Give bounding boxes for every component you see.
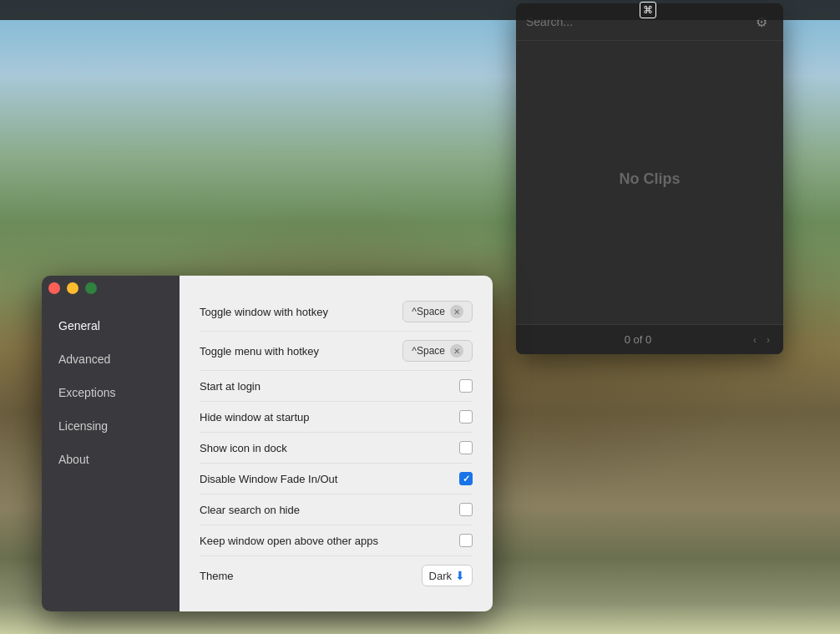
top-bar: [0, 0, 840, 20]
hotkey-value-menu: ^Space: [412, 345, 445, 357]
sidebar: General Advanced Exceptions Licensing Ab…: [42, 276, 180, 611]
maximize-button[interactable]: [85, 282, 97, 294]
checkbox-show-icon-dock[interactable]: [459, 441, 473, 454]
hotkey-clear-window[interactable]: ✕: [450, 305, 463, 318]
clipboard-footer: 0 of 0 ‹ ›: [516, 324, 783, 354]
row-theme: Theme Dark ⬇: [200, 556, 473, 595]
hotkey-badge-menu[interactable]: ^Space ✕: [402, 340, 473, 362]
sidebar-item-general[interactable]: General: [42, 309, 180, 342]
sidebar-item-advanced[interactable]: Advanced: [42, 342, 180, 376]
clip-count: 0 of 0: [526, 333, 750, 346]
hotkey-badge-window[interactable]: ^Space ✕: [402, 301, 473, 322]
settings-main-content: Toggle window with hotkey ^Space ✕ Toggl…: [180, 276, 493, 611]
sidebar-item-exceptions[interactable]: Exceptions: [42, 376, 180, 409]
close-button[interactable]: [48, 282, 60, 294]
nav-left-arrow[interactable]: ‹: [750, 332, 760, 347]
label-keep-window: Keep window open above other apps: [200, 535, 378, 547]
hotkey-clear-menu[interactable]: ✕: [450, 344, 463, 358]
checkbox-keep-window[interactable]: [459, 534, 473, 547]
row-toggle-menu-hotkey: Toggle menu with hotkey ^Space ✕: [200, 332, 473, 371]
row-start-at-login: Start at login: [200, 371, 473, 402]
row-disable-fade: Disable Window Fade In/Out: [200, 464, 473, 495]
checkbox-start-at-login[interactable]: [459, 379, 473, 393]
cmd-icon[interactable]: ⌘: [640, 2, 656, 18]
sidebar-item-about[interactable]: About: [42, 443, 180, 476]
checkbox-hide-window[interactable]: [459, 410, 473, 424]
row-hide-window-startup: Hide window at startup: [200, 402, 473, 433]
theme-select[interactable]: Dark ⬇: [422, 565, 473, 586]
nav-right-arrow[interactable]: ›: [763, 332, 773, 347]
row-show-icon-dock: Show icon in dock: [200, 433, 473, 464]
no-clips-message: No Clips: [516, 41, 783, 317]
label-disable-fade: Disable Window Fade In/Out: [200, 473, 337, 485]
label-toggle-window: Toggle window with hotkey: [200, 306, 328, 318]
navigation-arrows: ‹ ›: [750, 332, 773, 347]
label-toggle-menu: Toggle menu with hotkey: [200, 345, 319, 358]
minimize-button[interactable]: [67, 282, 78, 294]
theme-select-arrow-icon: ⬇: [455, 569, 465, 582]
window-controls: [48, 282, 97, 294]
label-show-icon-dock: Show icon in dock: [200, 442, 287, 454]
row-toggle-window-hotkey: Toggle window with hotkey ^Space ✕: [200, 292, 473, 332]
theme-value: Dark: [429, 570, 452, 582]
label-hide-window: Hide window at startup: [200, 411, 310, 424]
label-clear-search: Clear search on hide: [200, 504, 300, 516]
label-start-at-login: Start at login: [200, 380, 261, 393]
settings-window: General Advanced Exceptions Licensing Ab…: [42, 276, 493, 611]
sidebar-item-licensing[interactable]: Licensing: [42, 409, 180, 443]
hotkey-value-window: ^Space: [412, 306, 445, 317]
row-keep-window-open: Keep window open above other apps: [200, 525, 473, 556]
cmd-menu-icon[interactable]: ⌘: [640, 2, 656, 18]
row-clear-search: Clear search on hide: [200, 495, 473, 525]
label-theme: Theme: [200, 570, 233, 582]
clipboard-panel: ⚙ No Clips 0 of 0 ‹ ›: [516, 3, 783, 354]
checkbox-disable-fade[interactable]: [459, 472, 473, 485]
checkbox-clear-search[interactable]: [459, 503, 473, 516]
